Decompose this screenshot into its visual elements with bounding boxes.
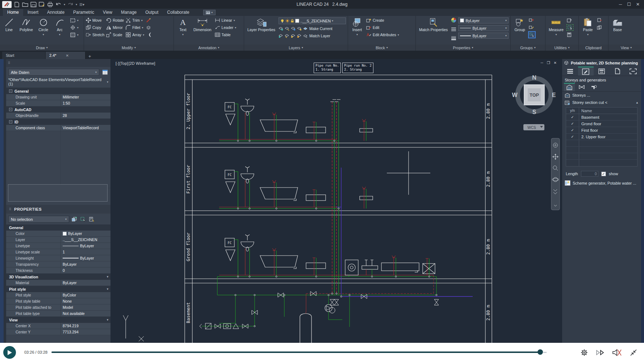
- navigation-bar[interactable]: [551, 138, 560, 210]
- play-button[interactable]: [3, 346, 16, 359]
- match-layer-button[interactable]: Match Layer: [279, 33, 346, 39]
- row-linetype[interactable]: LinetypeByLayer: [6, 243, 110, 249]
- properties-panel-label[interactable]: Properties▾: [416, 45, 510, 51]
- storey-section-cut-item[interactable]: Storey section cut < ▲: [562, 99, 641, 106]
- layers-panel-label[interactable]: Layers▾: [244, 45, 348, 51]
- open-folder-icon[interactable]: [22, 2, 28, 7]
- save-as-icon[interactable]: [39, 2, 45, 7]
- data-filter-dropdown[interactable]: Alle Daten▾: [8, 69, 99, 76]
- circle-button[interactable]: Circle ▾: [36, 17, 51, 37]
- tab-calculation[interactable]: [594, 67, 610, 76]
- storey-row-empty[interactable]: [566, 140, 637, 147]
- lineweight-lines-icon[interactable]: [451, 36, 456, 41]
- create-block-button[interactable]: Create: [366, 17, 399, 23]
- table-button[interactable]: Table: [215, 32, 237, 38]
- modify-panel-label[interactable]: Modify▾: [84, 45, 173, 51]
- copy-clip-button[interactable]: [597, 25, 602, 30]
- close-button[interactable]: ✕: [636, 2, 640, 7]
- storeys-item[interactable]: Storeys ...: [562, 92, 641, 99]
- explode-button[interactable]: [146, 25, 151, 30]
- save-icon[interactable]: [30, 2, 37, 7]
- tab-insert[interactable]: Insert: [23, 9, 43, 16]
- new-file-icon[interactable]: [14, 2, 20, 7]
- viewport-view-control[interactable]: [Top]: [120, 61, 128, 66]
- select-objects-icon[interactable]: [80, 216, 87, 223]
- section-general[interactable]: −General: [6, 88, 110, 94]
- centerline-flyout-button[interactable]: ▾: [70, 25, 79, 30]
- palette-grip[interactable]: ⠿: [6, 59, 110, 67]
- array-button[interactable]: Array▾: [126, 32, 144, 38]
- compass-s[interactable]: S: [532, 109, 536, 115]
- compass-e[interactable]: E: [552, 92, 556, 98]
- trim-button[interactable]: Trim▾: [126, 17, 144, 23]
- text-button[interactable]: A Text ▾: [176, 17, 190, 37]
- viewcube-top-face[interactable]: TOP: [530, 93, 539, 98]
- compass-n[interactable]: N: [532, 75, 536, 81]
- id-point-button[interactable]: [567, 17, 573, 23]
- offset-button[interactable]: [146, 32, 151, 38]
- breadcrumb[interactable]: *Other*/AutoCAD Base Elements/ViewportTa…: [6, 77, 110, 88]
- doc-tab-start[interactable]: Start: [2, 52, 46, 59]
- tab-more-options[interactable]: [625, 67, 641, 76]
- props-section-3d[interactable]: 3D Visualization▾: [6, 274, 110, 280]
- groups-panel-label[interactable]: Groups▾: [511, 45, 545, 51]
- measure-button[interactable]: Measure ▾: [547, 17, 565, 37]
- stretch-button[interactable]: Stretch: [86, 32, 104, 38]
- leader-button[interactable]: Leader▾: [215, 25, 237, 30]
- move-button[interactable]: Move: [86, 17, 104, 23]
- match-properties-button[interactable]: Match Properties: [418, 17, 449, 33]
- subtab-valves[interactable]: [576, 83, 587, 91]
- show-checkbox[interactable]: ✓: [601, 172, 606, 176]
- row-color[interactable]: ColorByLayer: [6, 231, 110, 237]
- viewport-visual-style-control[interactable]: [2D Wireframe]: [129, 61, 155, 66]
- view-panel-label[interactable]: View▾: [609, 45, 644, 51]
- base-button[interactable]: Base: [610, 17, 625, 33]
- viewport-minus-control[interactable]: [-]: [116, 61, 119, 66]
- insert-block-button[interactable]: Insert ▾: [350, 17, 364, 37]
- tab-annotate[interactable]: Annotate: [43, 9, 69, 16]
- polyline-button[interactable]: Polyline: [18, 17, 34, 33]
- tab-document[interactable]: [610, 67, 626, 76]
- props-section-view[interactable]: View▾: [6, 317, 110, 323]
- annotation-panel-label[interactable]: Annotation▾: [174, 45, 244, 51]
- canvas-viewport[interactable]: [-][Top][2D Wireframe] ─ ❐ ✕ Pipe run No…: [110, 59, 562, 343]
- settings-button[interactable]: [580, 348, 589, 357]
- storey-row-first[interactable]: ✓ First floor: [566, 127, 637, 134]
- compass-w[interactable]: W: [512, 92, 518, 98]
- dimension-button[interactable]: Dimension: [192, 17, 213, 33]
- quick-select-palette-icon[interactable]: [88, 216, 95, 223]
- properties-palette-header[interactable]: ⠿ PROPERTIES: [6, 205, 110, 214]
- cut-button[interactable]: [597, 17, 602, 23]
- linetype-dropdown[interactable]: ByLayer▾: [458, 25, 509, 31]
- palette-title-strip[interactable]: [4, 59, 6, 343]
- section-autocad[interactable]: −AutoCAD: [6, 106, 110, 113]
- row-linetype-scale[interactable]: Linetype scale1: [6, 249, 110, 255]
- line-button[interactable]: Line: [2, 17, 16, 33]
- storey-row-empty[interactable]: [566, 160, 637, 166]
- scale-button[interactable]: Scale: [106, 32, 124, 38]
- row-material[interactable]: MaterialByLayer: [6, 280, 110, 286]
- group-selection-toggle[interactable]: [529, 32, 535, 38]
- tab-menu[interactable]: [562, 67, 578, 76]
- storey-row-upper[interactable]: ✓ 2. Upper floor: [566, 134, 637, 140]
- hatch-flyout-button[interactable]: ▾: [70, 32, 79, 38]
- length-input[interactable]: [581, 171, 598, 177]
- props-section-plot[interactable]: Plot style▾: [6, 286, 110, 292]
- ungroup-button[interactable]: [529, 17, 535, 23]
- edit-attributes-button[interactable]: Edit Attributes▾: [366, 32, 399, 38]
- storey-row-grond[interactable]: ✓ Grond floor: [566, 121, 637, 127]
- row-lineweight[interactable]: LineweightByLayer: [6, 255, 110, 261]
- undo-caret-icon[interactable]: ▾: [64, 3, 65, 6]
- props-section-general[interactable]: General: [6, 224, 110, 231]
- mirror-button[interactable]: Mirror: [106, 25, 124, 30]
- draw-panel-label[interactable]: Draw▾: [0, 45, 84, 51]
- storey-row-empty[interactable]: [566, 147, 637, 153]
- group-edit-button[interactable]: [529, 25, 535, 30]
- storey-row-empty[interactable]: [566, 153, 637, 160]
- app-logo-icon[interactable]: [2, 1, 12, 8]
- wcs-dropdown[interactable]: WCS: [523, 124, 544, 130]
- block-panel-label[interactable]: Block▾: [348, 45, 415, 51]
- tab-edit-scheme[interactable]: [578, 67, 594, 76]
- tab-output[interactable]: Output: [141, 9, 163, 16]
- linetype-lines-icon[interactable]: [451, 27, 456, 32]
